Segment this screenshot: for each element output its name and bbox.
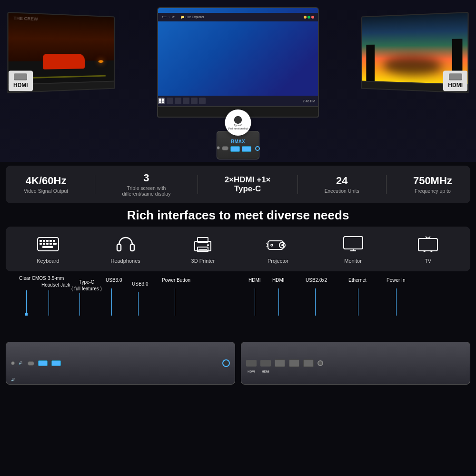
spec-freq: 750MHz Frequency up to	[413, 175, 452, 194]
svg-rect-9	[50, 243, 52, 245]
line-headset	[49, 290, 49, 316]
monitor-main: ⟵ → ⟳ 📁 File Explorer Windows 11	[157, 7, 319, 122]
iface-keyboard: Keyboard	[36, 234, 60, 264]
power-in-port	[317, 360, 323, 366]
usb3-front-port1	[38, 360, 48, 366]
spec-eu-label: Execution Units	[325, 188, 359, 194]
keyboard-icon	[36, 234, 60, 254]
power-btn-front	[222, 359, 230, 367]
usb2-back-port1	[275, 359, 285, 367]
iface-projector: Projector	[266, 234, 290, 264]
tv-icon	[416, 234, 440, 254]
line-clear-cmos	[26, 290, 27, 316]
hdmi-back-port2: HDMI	[260, 360, 271, 367]
headphones-label: Headphones	[110, 258, 140, 264]
volume-icon: 🔊	[19, 361, 23, 365]
svg-rect-26	[344, 237, 363, 249]
svg-rect-29	[418, 238, 437, 251]
front-ports	[217, 146, 260, 152]
svg-rect-6	[40, 243, 42, 245]
back-face: HDMI HDMI	[241, 342, 470, 384]
typec-icon: ⬤	[234, 115, 242, 124]
spec-screens-value: 3	[122, 172, 170, 184]
svg-rect-11	[42, 246, 53, 248]
spec-screens-label: Triple screen withdifferent/same display	[122, 185, 170, 197]
printer-icon	[190, 234, 215, 254]
spec-resolution-value: 4K/60Hz	[24, 175, 68, 187]
hdmi-back-port1: HDMI	[246, 360, 257, 367]
iface-headphones: Headphones	[110, 234, 140, 264]
typec-bubble: ⬤ Type-C (Full functionality)	[225, 109, 251, 136]
tree-left	[366, 45, 375, 81]
svg-rect-3	[46, 240, 49, 242]
devices-row: 🔊 🔊 HDMI HDMI	[6, 342, 470, 385]
spec-ports-value: 2×HDMI +1×Type-C	[225, 176, 271, 193]
hdmi-left-badge: HDMI	[9, 71, 33, 91]
usbc-front-port	[28, 361, 34, 366]
line-ethernet	[358, 288, 358, 316]
spec-ports: 2×HDMI +1×Type-C	[225, 176, 271, 193]
label-usb2x2: USB2.0x2	[306, 277, 327, 284]
spec-freq-label: Frequency up to	[413, 188, 452, 194]
keyboard-label: Keyboard	[37, 258, 59, 264]
device-back: HDMI HDMI	[241, 342, 470, 385]
printer-label: 3D Printer	[191, 258, 215, 264]
device-front: 🔊 🔊	[6, 342, 235, 385]
front-labels-area: Clear CMOS 3.5-mm Headset Jack Type-C ( …	[6, 275, 470, 316]
spec-divider-4	[386, 175, 387, 194]
iface-tv: TV	[416, 234, 440, 264]
label-headset-jack: 3.5-mm Headset Jack	[41, 275, 70, 288]
typec-label: Type-C (Full functionality)	[228, 124, 248, 130]
svg-point-25	[271, 244, 273, 246]
svg-rect-12	[117, 244, 121, 251]
label-power-in: Power In	[387, 277, 405, 284]
label-typec: Type-C ( full features )	[71, 279, 102, 292]
label-usb3-2: USB3.0	[132, 281, 148, 288]
volume-label: 🔊	[11, 378, 15, 382]
spec-freq-value: 750MHz	[413, 175, 452, 187]
svg-rect-7	[43, 243, 45, 245]
svg-point-17	[207, 244, 209, 246]
ethernet-port	[303, 359, 314, 367]
iface-3dprinter: 3D Printer	[190, 234, 215, 264]
headset-port-icon	[217, 146, 220, 149]
spec-divider-3	[298, 175, 298, 194]
line-power-btn	[175, 288, 175, 316]
usb2-back-port2	[289, 359, 299, 367]
monitor-icon	[341, 234, 366, 254]
svg-rect-13	[130, 244, 134, 251]
headphones-icon	[113, 234, 138, 254]
spec-resolution: 4K/60Hz Video Signal Output	[24, 175, 68, 194]
svg-rect-4	[50, 240, 52, 242]
label-ethernet: Ethernet	[348, 277, 367, 284]
line-power-in	[396, 288, 397, 316]
svg-rect-5	[53, 240, 55, 242]
top-section: THE CREW ⟵ → ⟳ 📁 File Explorer	[0, 0, 476, 162]
cmos-btn	[11, 361, 15, 365]
spec-divider-2	[198, 175, 198, 194]
ports-section: Clear CMOS 3.5-mm Headset Jack Type-C ( …	[0, 275, 476, 385]
main-screen: ⟵ → ⟳ 📁 File Explorer Windows 11	[157, 7, 319, 107]
usb3-front-port2	[51, 360, 61, 366]
hdmi-right-icon	[449, 74, 462, 80]
label-usb3-1: USB3.0	[106, 277, 122, 284]
usbc-port-icon	[222, 146, 228, 150]
specs-bar: 4K/60Hz Video Signal Output 3 Triple scr…	[6, 166, 470, 203]
line-typec	[79, 293, 80, 316]
hdmi-right-badge: HDMI	[443, 71, 467, 91]
svg-rect-8	[46, 243, 49, 245]
hdmi-left-icon	[14, 74, 27, 80]
spec-resolution-label: Video Signal Output	[24, 188, 68, 194]
line-hdmi1	[255, 288, 255, 316]
line-usb3-1	[111, 288, 112, 316]
projector-icon	[266, 234, 290, 254]
line-usb2x2	[315, 288, 316, 316]
svg-rect-2	[43, 240, 45, 242]
brand-logo: BMAX	[231, 139, 245, 144]
line-usb3-2	[138, 292, 139, 316]
iface-monitor: Monitor	[341, 234, 366, 264]
svg-rect-10	[53, 243, 57, 245]
dot-clear-cmos	[25, 313, 28, 316]
label-power-btn: Power Button	[162, 277, 190, 284]
power-btn-icon	[255, 146, 260, 151]
